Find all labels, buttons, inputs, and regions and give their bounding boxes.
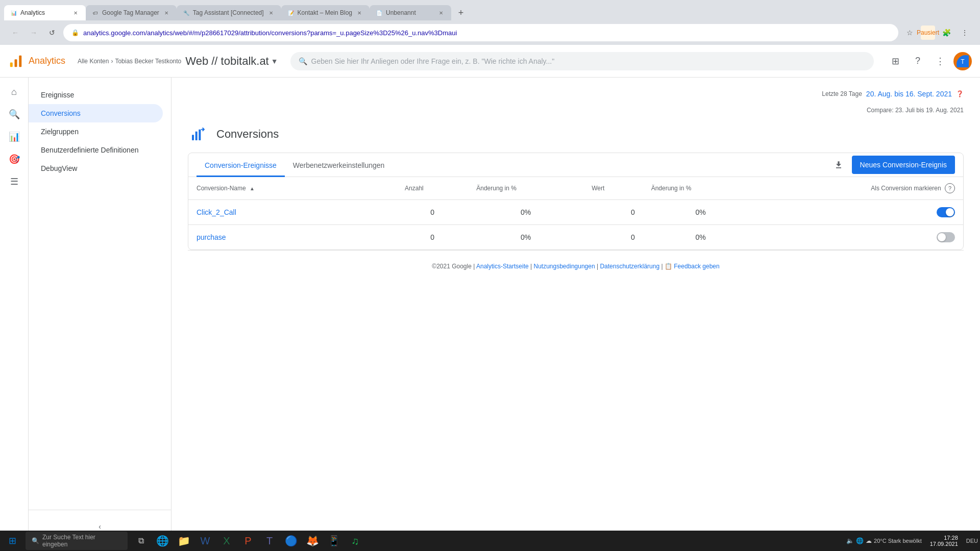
- taskbar-explorer[interactable]: 📁: [174, 531, 194, 551]
- taskbar-task-view[interactable]: ⧉: [131, 531, 151, 551]
- footer-link-nutzung[interactable]: Nutzungsbedingungen: [534, 263, 595, 270]
- taskbar-chrome[interactable]: 🔵: [281, 531, 301, 551]
- taskbar-windows-button[interactable]: ⊞: [2, 531, 22, 551]
- taskbar-search-icon: 🔍: [32, 537, 39, 544]
- taskbar-search[interactable]: 🔍 Zur Suche Text hier eingeben: [26, 532, 128, 550]
- tab-title-analytics: Analytics: [20, 9, 68, 16]
- tab-blog[interactable]: 📝 Kontakt – Mein Blog ✕: [281, 5, 370, 20]
- col-header-anzahl: Anzahl: [397, 177, 468, 200]
- col-header-name[interactable]: Conversion-Name ▲: [188, 177, 397, 200]
- taskbar-teams[interactable]: T: [259, 531, 280, 551]
- excel-icon: X: [223, 535, 230, 547]
- address-bar: ← → ↺ 🔒 analytics.google.com/analytics/w…: [0, 20, 980, 45]
- windows-icon: ⊞: [9, 535, 16, 546]
- spotify-icon: ♫: [352, 535, 359, 547]
- breadcrumb-account[interactable]: Tobias Becker Testkonto: [115, 58, 181, 65]
- taskbar-powerpoint[interactable]: P: [238, 531, 258, 551]
- word-icon: W: [201, 535, 210, 547]
- breadcrumb-separator: ›: [111, 58, 113, 65]
- url-bar[interactable]: 🔒 analytics.google.com/analytics/web/#/m…: [63, 24, 898, 41]
- breadcrumb-all-accounts[interactable]: Alle Konten: [78, 58, 109, 65]
- taskbar-spotify[interactable]: ♫: [345, 531, 365, 551]
- tab-close-analytics[interactable]: ✕: [71, 9, 80, 17]
- table-row: purchase 0 0% 0 0%: [188, 225, 963, 250]
- search-bar[interactable]: 🔍 Geben Sie hier Ihr Anliegen oder Ihre …: [290, 52, 874, 70]
- compare-label: Compare: 23. Juli bis 19. Aug. 2021: [867, 107, 964, 114]
- menu-button[interactable]: ⋮: [958, 26, 972, 40]
- user-avatar[interactable]: T: [953, 52, 972, 70]
- tab-gtm[interactable]: 🏷 Google Tag Manager ✕: [86, 5, 177, 20]
- tab-close-blog[interactable]: ✕: [355, 9, 363, 17]
- sidebar-icon-home[interactable]: ⌂: [4, 82, 24, 102]
- card-header: Conversion-Ereignisse Werbenetzwerkeinst…: [188, 153, 963, 177]
- sidebar-icon-target[interactable]: 🎯: [4, 149, 24, 169]
- search-icon: 🔍: [299, 57, 307, 65]
- footer-link-datenschutz[interactable]: Datenschutzerklärung: [600, 263, 659, 270]
- new-conversion-button[interactable]: Neues Conversion-Ereignis: [852, 156, 955, 174]
- tab-close-unbenannt[interactable]: ✕: [437, 9, 445, 17]
- conversion-help-icon[interactable]: ?: [945, 183, 955, 193]
- back-button[interactable]: ←: [8, 26, 22, 40]
- more-button[interactable]: ⋮: [931, 52, 949, 70]
- sidebar-icon-analytics[interactable]: 📊: [4, 127, 24, 147]
- row2-aenderung-wert: 0%: [643, 225, 758, 250]
- tab-close-gtm[interactable]: ✕: [162, 9, 170, 17]
- taskbar-word[interactable]: W: [195, 531, 215, 551]
- tab-favicon-unbenannt: 📄: [376, 9, 383, 16]
- tab-close-tag[interactable]: ✕: [267, 9, 275, 17]
- tab-title-gtm: Google Tag Manager: [102, 9, 159, 16]
- conversions-card: Conversion-Ereignisse Werbenetzwerkeinst…: [188, 153, 964, 250]
- apps-button[interactable]: ⊞: [886, 52, 904, 70]
- profile-button[interactable]: Pausiert: [921, 26, 935, 40]
- svg-text:T: T: [961, 58, 965, 65]
- help-icon-date[interactable]: ❓: [956, 90, 964, 97]
- svg-rect-5: [192, 135, 194, 140]
- sidebar-item-zielgruppen[interactable]: Zielgruppen: [29, 122, 163, 141]
- ereignisse-label: Ereignisse: [41, 91, 74, 99]
- sidebar-item-debugview[interactable]: DebugView: [29, 159, 163, 178]
- row1-toggle-container: [767, 207, 955, 217]
- ga-header: Analytics Alle Konten › Tobias Becker Te…: [0, 45, 980, 78]
- tab-favicon-tag: 🔧: [183, 9, 190, 16]
- tab-analytics[interactable]: 📊 Analytics ✕: [4, 5, 86, 20]
- property-selector[interactable]: Web // tobitalk.at ▼: [185, 55, 278, 68]
- date-range-value[interactable]: 20. Aug. bis 16. Sept. 2021: [866, 90, 952, 98]
- tab-unbenannt[interactable]: 📄 Unbenannt ✕: [370, 5, 451, 20]
- bookmark-button[interactable]: ☆: [902, 26, 917, 40]
- sidebar-item-conversions[interactable]: Conversions: [29, 104, 163, 122]
- property-name: Web // tobitalk.at: [185, 55, 268, 68]
- reload-button[interactable]: ↺: [45, 26, 59, 40]
- date-display: 17.09.2021: [930, 541, 958, 547]
- tab-werbenetzwerk[interactable]: Werbenetzwerkeinstellungen: [285, 153, 393, 177]
- row2-aenderung-anzahl: 0%: [468, 225, 583, 250]
- row1-toggle[interactable]: [937, 207, 955, 217]
- extensions-button[interactable]: 🧩: [939, 26, 953, 40]
- page-footer: ©2021 Google | Analytics-Startseite | Nu…: [188, 250, 964, 278]
- taskbar-app8[interactable]: 📱: [324, 531, 344, 551]
- sidebar-item-ereignisse[interactable]: Ereignisse: [29, 86, 163, 104]
- help-button[interactable]: ?: [909, 52, 927, 70]
- footer-link-startseite[interactable]: Analytics-Startseite: [476, 263, 529, 270]
- row2-name[interactable]: purchase: [188, 225, 397, 250]
- forward-button[interactable]: →: [27, 26, 41, 40]
- row2-anzahl: 0: [397, 225, 468, 250]
- download-button[interactable]: [829, 156, 848, 174]
- footer-feedback-link[interactable]: Feedback geben: [674, 263, 719, 270]
- row1-toggle-cell: [758, 200, 963, 225]
- new-tab-button[interactable]: +: [453, 5, 469, 20]
- search-placeholder: Geben Sie hier Ihr Anliegen oder Ihre Fr…: [311, 57, 555, 65]
- taskbar-apps: 🌐 📁 W X P T 🔵 🦊 📱 ♫: [152, 531, 365, 551]
- time-display: 17:28: [930, 535, 958, 541]
- sidebar-icon-list[interactable]: ☰: [4, 171, 24, 192]
- row2-toggle[interactable]: [937, 232, 955, 242]
- tab-conversion-ereignisse[interactable]: Conversion-Ereignisse: [197, 153, 285, 177]
- taskbar-edge[interactable]: 🌐: [152, 531, 173, 551]
- taskbar-excel[interactable]: X: [216, 531, 237, 551]
- row2-wert: 0: [583, 225, 643, 250]
- row1-name[interactable]: Click_2_Call: [188, 200, 397, 225]
- sidebar-item-benutzerdefinierte[interactable]: Benutzerdefinierte Definitionen: [29, 141, 163, 159]
- sidebar-icon-search[interactable]: 🔍: [4, 104, 24, 124]
- date-range-row: Letzte 28 Tage 20. Aug. bis 16. Sept. 20…: [188, 90, 964, 98]
- taskbar-firefox[interactable]: 🦊: [302, 531, 323, 551]
- tab-tag-assistant[interactable]: 🔧 Tag Assistant [Connected] ✕: [177, 5, 281, 20]
